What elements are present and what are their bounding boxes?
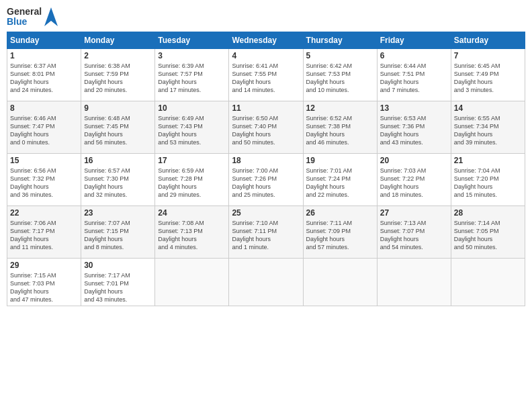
calendar-day-cell: 8Sunrise: 6:46 AMSunset: 7:47 PMDaylight…: [7, 101, 81, 153]
calendar-week-row: 29Sunrise: 7:15 AMSunset: 7:03 PMDayligh…: [7, 258, 525, 306]
calendar-week-row: 1Sunrise: 6:37 AMSunset: 8:01 PMDaylight…: [7, 48, 525, 101]
day-info: Sunrise: 7:14 AMSunset: 7:05 PMDaylight …: [454, 220, 500, 250]
day-info: Sunrise: 7:17 AMSunset: 7:01 PMDaylight …: [84, 272, 130, 303]
svg-marker-0: [44, 7, 58, 26]
day-number: 13: [380, 103, 448, 113]
calendar-day-cell: 22Sunrise: 7:06 AMSunset: 7:17 PMDayligh…: [7, 205, 81, 258]
calendar-day-cell: 30Sunrise: 7:17 AMSunset: 7:01 PMDayligh…: [81, 258, 155, 306]
weekday-header-monday: Monday: [81, 32, 155, 48]
day-info: Sunrise: 7:06 AMSunset: 7:17 PMDaylight …: [10, 220, 56, 250]
day-info: Sunrise: 7:03 AMSunset: 7:22 PMDaylight …: [380, 167, 427, 198]
calendar-day-cell: 10Sunrise: 6:49 AMSunset: 7:43 PMDayligh…: [155, 101, 229, 153]
calendar-day-cell: 23Sunrise: 7:07 AMSunset: 7:15 PMDayligh…: [81, 205, 155, 258]
day-number: 26: [306, 208, 374, 218]
calendar-day-cell: 14Sunrise: 6:55 AMSunset: 7:34 PMDayligh…: [451, 101, 525, 153]
calendar-day-cell: 16Sunrise: 6:57 AMSunset: 7:30 PMDayligh…: [81, 153, 155, 205]
calendar-week-row: 15Sunrise: 6:56 AMSunset: 7:32 PMDayligh…: [7, 153, 525, 205]
day-info: Sunrise: 7:04 AMSunset: 7:20 PMDaylight …: [454, 167, 500, 198]
day-number: 23: [84, 208, 152, 218]
calendar-day-cell: 11Sunrise: 6:50 AMSunset: 7:40 PMDayligh…: [229, 101, 303, 153]
calendar-day-cell: 17Sunrise: 6:59 AMSunset: 7:28 PMDayligh…: [155, 153, 229, 205]
calendar-day-cell: 7Sunrise: 6:45 AMSunset: 7:49 PMDaylight…: [451, 48, 525, 101]
day-info: Sunrise: 6:55 AMSunset: 7:34 PMDaylight …: [454, 115, 500, 146]
calendar-day-cell: [377, 258, 451, 306]
day-info: Sunrise: 6:59 AMSunset: 7:28 PMDaylight …: [158, 167, 204, 198]
calendar-day-cell: 24Sunrise: 7:08 AMSunset: 7:13 PMDayligh…: [155, 205, 229, 258]
day-info: Sunrise: 6:50 AMSunset: 7:40 PMDaylight …: [232, 115, 278, 146]
day-info: Sunrise: 7:10 AMSunset: 7:11 PMDaylight …: [232, 220, 278, 250]
day-number: 6: [380, 51, 448, 60]
day-info: Sunrise: 7:11 AMSunset: 7:09 PMDaylight …: [306, 220, 353, 250]
calendar-day-cell: [229, 258, 303, 306]
day-number: 24: [158, 208, 226, 218]
day-info: Sunrise: 6:39 AMSunset: 7:57 PMDaylight …: [158, 62, 204, 93]
day-number: 10: [158, 103, 226, 113]
day-number: 17: [158, 156, 226, 165]
calendar-day-cell: 18Sunrise: 7:00 AMSunset: 7:26 PMDayligh…: [229, 153, 303, 205]
calendar-day-cell: 9Sunrise: 6:48 AMSunset: 7:45 PMDaylight…: [81, 101, 155, 153]
day-number: 27: [380, 208, 448, 218]
day-number: 15: [10, 156, 78, 165]
calendar-table: SundayMondayTuesdayWednesdayThursdayFrid…: [7, 32, 525, 307]
day-info: Sunrise: 7:01 AMSunset: 7:24 PMDaylight …: [306, 167, 353, 198]
calendar-day-cell: 20Sunrise: 7:03 AMSunset: 7:22 PMDayligh…: [377, 153, 451, 205]
weekday-header-row: SundayMondayTuesdayWednesdayThursdayFrid…: [7, 32, 525, 48]
calendar-day-cell: 13Sunrise: 6:53 AMSunset: 7:36 PMDayligh…: [377, 101, 451, 153]
calendar-week-row: 22Sunrise: 7:06 AMSunset: 7:17 PMDayligh…: [7, 205, 525, 258]
day-number: 12: [306, 103, 374, 113]
day-info: Sunrise: 6:45 AMSunset: 7:49 PMDaylight …: [454, 62, 500, 93]
calendar-day-cell: 25Sunrise: 7:10 AMSunset: 7:11 PMDayligh…: [229, 205, 303, 258]
day-number: 3: [158, 51, 226, 60]
day-info: Sunrise: 7:15 AMSunset: 7:03 PMDaylight …: [10, 272, 56, 303]
day-info: Sunrise: 6:42 AMSunset: 7:53 PMDaylight …: [306, 62, 353, 93]
day-number: 8: [10, 103, 78, 113]
day-number: 2: [84, 51, 152, 60]
day-info: Sunrise: 6:41 AMSunset: 7:55 PMDaylight …: [232, 62, 278, 93]
calendar-day-cell: [155, 258, 229, 306]
day-info: Sunrise: 6:53 AMSunset: 7:36 PMDaylight …: [380, 115, 427, 146]
day-number: 30: [84, 261, 152, 270]
day-info: Sunrise: 6:57 AMSunset: 7:30 PMDaylight …: [84, 167, 130, 198]
calendar-week-row: 8Sunrise: 6:46 AMSunset: 7:47 PMDaylight…: [7, 101, 525, 153]
day-number: 5: [306, 51, 374, 60]
logo-general: General: [7, 7, 42, 17]
day-info: Sunrise: 7:08 AMSunset: 7:13 PMDaylight …: [158, 220, 204, 250]
calendar-day-cell: 28Sunrise: 7:14 AMSunset: 7:05 PMDayligh…: [451, 205, 525, 258]
weekday-header-sunday: Sunday: [7, 32, 81, 48]
calendar-day-cell: 4Sunrise: 6:41 AMSunset: 7:55 PMDaylight…: [229, 48, 303, 101]
logo-blue: Blue: [7, 17, 42, 27]
day-info: Sunrise: 7:07 AMSunset: 7:15 PMDaylight …: [84, 220, 130, 250]
day-number: 1: [10, 51, 78, 60]
page-header: General Blue: [7, 7, 525, 28]
calendar-day-cell: 29Sunrise: 7:15 AMSunset: 7:03 PMDayligh…: [7, 258, 81, 306]
day-info: Sunrise: 6:38 AMSunset: 7:59 PMDaylight …: [84, 62, 130, 93]
logo-icon: [44, 7, 58, 26]
day-number: 28: [454, 208, 522, 218]
calendar-day-cell: 26Sunrise: 7:11 AMSunset: 7:09 PMDayligh…: [303, 205, 377, 258]
weekday-header-saturday: Saturday: [451, 32, 525, 48]
calendar-day-cell: 5Sunrise: 6:42 AMSunset: 7:53 PMDaylight…: [303, 48, 377, 101]
day-info: Sunrise: 6:46 AMSunset: 7:47 PMDaylight …: [10, 115, 56, 146]
calendar-day-cell: 2Sunrise: 6:38 AMSunset: 7:59 PMDaylight…: [81, 48, 155, 101]
day-number: 20: [380, 156, 448, 165]
day-number: 25: [232, 208, 300, 218]
calendar-day-cell: [451, 258, 525, 306]
calendar-day-cell: 19Sunrise: 7:01 AMSunset: 7:24 PMDayligh…: [303, 153, 377, 205]
day-number: 7: [454, 51, 522, 60]
weekday-header-wednesday: Wednesday: [229, 32, 303, 48]
day-info: Sunrise: 6:48 AMSunset: 7:45 PMDaylight …: [84, 115, 130, 146]
weekday-header-friday: Friday: [377, 32, 451, 48]
day-number: 19: [306, 156, 374, 165]
logo: General Blue: [7, 7, 58, 28]
calendar-day-cell: 6Sunrise: 6:44 AMSunset: 7:51 PMDaylight…: [377, 48, 451, 101]
calendar-day-cell: 3Sunrise: 6:39 AMSunset: 7:57 PMDaylight…: [155, 48, 229, 101]
day-number: 9: [84, 103, 152, 113]
day-info: Sunrise: 7:13 AMSunset: 7:07 PMDaylight …: [380, 220, 427, 250]
day-number: 22: [10, 208, 78, 218]
day-number: 16: [84, 156, 152, 165]
day-info: Sunrise: 7:00 AMSunset: 7:26 PMDaylight …: [232, 167, 278, 198]
day-number: 4: [232, 51, 300, 60]
calendar-day-cell: 15Sunrise: 6:56 AMSunset: 7:32 PMDayligh…: [7, 153, 81, 205]
day-info: Sunrise: 6:37 AMSunset: 8:01 PMDaylight …: [10, 62, 56, 93]
day-info: Sunrise: 6:52 AMSunset: 7:38 PMDaylight …: [306, 115, 353, 146]
